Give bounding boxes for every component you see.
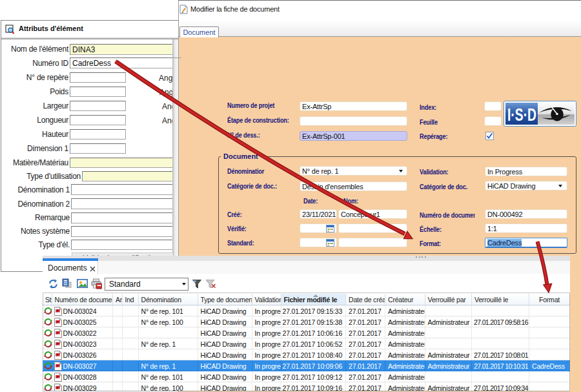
svg-text:I·S·D: I·S·D xyxy=(507,105,536,125)
